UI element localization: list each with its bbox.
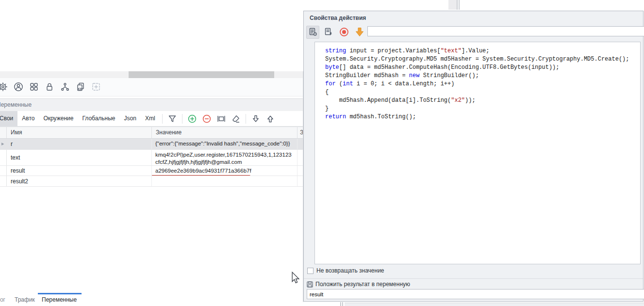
extra-cell: [297, 150, 303, 165]
toolbar-separator: [246, 114, 246, 124]
dialog-toolbar: [304, 24, 643, 40]
horizontal-scrollbar-thumb[interactable]: [129, 71, 274, 78]
variables-tab-свои[interactable]: Свои: [0, 111, 17, 126]
arrow-up-icon[interactable]: [264, 113, 277, 125]
user-icon[interactable]: [14, 82, 23, 92]
bottom-tab-variables[interactable]: Переменные: [42, 296, 77, 303]
row-gutter: [0, 139, 7, 149]
properties-view-icon[interactable]: [306, 26, 319, 39]
code-line: return md5hash.ToString();: [325, 113, 640, 121]
toolbar-separator: [162, 114, 163, 124]
left-toolbar-icons: [0, 82, 101, 92]
code-line: md5hash.Append(data[i].ToString("x2"));: [325, 97, 640, 105]
variable-value: [152, 176, 297, 186]
record-icon[interactable]: [337, 26, 350, 39]
mouse-cursor: [291, 272, 300, 284]
grid-icon[interactable]: [29, 82, 39, 92]
name-column-header[interactable]: Имя: [7, 127, 152, 138]
lock-icon[interactable]: [45, 82, 54, 92]
gear-icon[interactable]: [0, 82, 8, 92]
variables-table: Имя Значение З r{"error":{"message":"Inv…: [0, 127, 303, 187]
horizontal-scrollbar[interactable]: [0, 71, 303, 78]
variable-value: {"error":{"message":"Invalid hash","mess…: [152, 139, 297, 149]
arrow-down-icon[interactable]: [249, 113, 262, 125]
active-tab-indicator: [38, 293, 82, 294]
variables-tab-xml[interactable]: Xml: [141, 111, 160, 126]
code-line: StringBuilder md5hash = new StringBuilde…: [325, 72, 640, 80]
code-line: }: [325, 105, 640, 113]
variables-tab-окружение[interactable]: Окружение: [39, 111, 78, 126]
splitter-line: [340, 302, 341, 306]
variable-name: r: [7, 139, 152, 149]
add-circle-icon[interactable]: [186, 113, 198, 125]
code-line: byte[] data = md5Hasher.ComputeHash(Enco…: [325, 64, 640, 72]
put-result-label: Положить результат в переменную: [315, 281, 410, 288]
value-column-header[interactable]: Значение: [152, 127, 297, 138]
window-splitter-handle[interactable]: [448, 0, 457, 10]
scrollbar-line: [459, 0, 460, 10]
no-return-checkbox[interactable]: [307, 268, 314, 274]
insert-arrow-icon[interactable]: [353, 26, 366, 39]
variables-table-header: Имя Значение З: [0, 127, 303, 139]
no-return-label: Не возвращать значение: [316, 267, 384, 274]
variables-table-body: r{"error":{"message":"Invalid hash","mes…: [0, 139, 303, 187]
put-result-row: Положить результат в переменную: [307, 281, 410, 288]
table-row-text[interactable]: textkmq4!2cPl)peZ,user.register,16715702…: [0, 150, 303, 166]
table-row-result[interactable]: resulta2969ee2e369b9ac94931f771a366b7f: [0, 166, 303, 176]
no-return-row: Не возвращать значение: [307, 267, 384, 274]
action-properties-dialog: Свойства действия string input = project…: [303, 11, 644, 302]
extra-cell: [297, 139, 303, 149]
pages-icon[interactable]: [76, 82, 85, 92]
variable-value: a2969ee2e369b9ac94931f771a366b7f: [152, 166, 297, 176]
gutter-column-header: [0, 127, 7, 138]
code-line: for (int i = 0; i < data.Length; i++): [325, 80, 640, 88]
dialog-toolbar-input[interactable]: [367, 26, 644, 36]
left-toolbar: [0, 78, 303, 97]
red-annotation-underline: [152, 175, 250, 176]
variables-panel-title: Переменные: [0, 101, 32, 108]
app-screen: Переменные СвоиАвтоОкружениеГлобальныеJs…: [0, 0, 644, 306]
code-editor[interactable]: string input = project.Variables["text"]…: [314, 42, 641, 264]
code-line: System.Security.Cryptography.MD5 md5Hash…: [325, 55, 640, 64]
row-gutter: [0, 166, 7, 176]
splitter-line: [342, 302, 343, 306]
branch-icon[interactable]: [60, 82, 70, 92]
extra-column-header[interactable]: З: [297, 127, 303, 138]
variables-tab-json[interactable]: Json: [120, 111, 141, 126]
variable-value: kmq4!2cPl)peZ,user.register,167157021594…: [152, 150, 297, 165]
bottom-tab-traffic[interactable]: Трафик: [15, 296, 35, 303]
toolbar-separator: [182, 114, 182, 124]
bottom-panel-strip: [345, 303, 644, 306]
eraser-icon[interactable]: [230, 113, 242, 125]
add-region-icon[interactable]: [91, 82, 101, 92]
table-row-result2[interactable]: result2: [0, 176, 303, 187]
column-icon[interactable]: [215, 113, 228, 125]
code-content: string input = project.Variables["text"]…: [315, 42, 640, 121]
result-variable-input[interactable]: [307, 289, 644, 299]
remove-circle-icon[interactable]: [200, 113, 213, 125]
scrollbar-line: [457, 0, 458, 10]
dialog-toolbar-buttons: [304, 26, 366, 39]
row-gutter: [0, 150, 7, 165]
extra-cell: [297, 176, 303, 186]
variables-tabs: СвоиАвтоОкружениеГлобальныеJsonXml: [0, 111, 303, 127]
current-row-icon: [1, 142, 5, 146]
variable-name: result: [7, 166, 152, 176]
code-view-icon[interactable]: [322, 26, 335, 39]
variables-panel-header: Переменные: [0, 98, 303, 112]
variables-tab-авто[interactable]: Авто: [17, 111, 39, 126]
floppy-icon: [307, 281, 313, 288]
variable-name: result2: [7, 176, 152, 186]
bottom-tabs: ЛогТрафикПеременные: [0, 291, 303, 306]
extra-cell: [297, 166, 303, 176]
dialog-divider: [304, 278, 643, 279]
variable-name: text: [7, 150, 152, 165]
row-gutter: [0, 176, 7, 186]
variables-tab-глобальные[interactable]: Глобальные: [78, 111, 119, 126]
code-line: string input = project.Variables["text"]…: [325, 47, 640, 55]
dialog-title: Свойства действия: [310, 15, 366, 21]
bottom-tab-log[interactable]: Лог: [0, 296, 5, 303]
table-row-r[interactable]: r{"error":{"message":"Invalid hash","mes…: [0, 139, 303, 150]
code-line: {: [325, 88, 640, 97]
filter-icon[interactable]: [166, 113, 179, 125]
